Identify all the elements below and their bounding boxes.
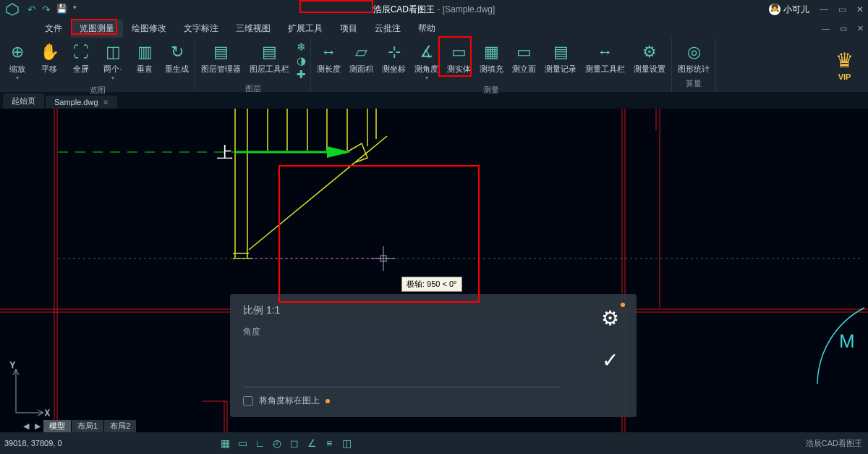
layer-freeze-icon[interactable]: ❄	[297, 41, 306, 54]
menu-help[interactable]: 帮助	[409, 20, 444, 38]
menu-project[interactable]: 项目	[331, 20, 366, 38]
dropdown-icon[interactable]: ▾	[73, 4, 77, 15]
tool-zoom[interactable]: ⊕缩放▾	[1, 39, 33, 84]
sub-close-icon[interactable]: ✕	[857, 24, 864, 33]
ribbon-group-measure: ↔测长度 ▱测面积 ⊹测坐标 ∡测角度▾ ▭测实体 ▦测填充 ▭测立面 ▤测量记…	[311, 38, 672, 92]
tool-measure-settings[interactable]: ⚙测量设置	[629, 39, 670, 84]
menubar: 文件 览图测量 绘图修改 文字标注 三维视图 扩展工具 项目 云批注 帮助 — …	[0, 19, 868, 38]
polar-icon[interactable]: ◴	[269, 435, 285, 451]
fill-icon: ▦	[482, 42, 502, 62]
menu-draw-modify[interactable]: 绘图修改	[123, 20, 175, 38]
check-icon: ✓	[602, 348, 618, 372]
model-tab[interactable]: 模型	[43, 420, 71, 432]
svg-text:X: X	[45, 409, 50, 417]
menu-text-annotate[interactable]: 文字标注	[175, 20, 227, 38]
layer-lock-icon[interactable]: ✚	[297, 68, 306, 81]
tool-measure-record[interactable]: ▤测量记录	[540, 39, 581, 84]
tab-sample[interactable]: Sample.dwg✕	[46, 96, 117, 109]
menu-cloud-markup[interactable]: 云批注	[366, 20, 409, 38]
layout1-tab[interactable]: 布局1	[72, 420, 103, 432]
tool-regenerate[interactable]: ↻重生成	[161, 39, 193, 84]
avatar-icon: 👧	[769, 4, 780, 15]
tool-fullscreen[interactable]: ⛶全屏	[65, 39, 97, 84]
tool-pan[interactable]: ✋平移	[33, 39, 65, 84]
snap-icon[interactable]: ▭	[234, 435, 250, 451]
document-tabs: 起始页 Sample.dwg✕	[0, 93, 868, 109]
tool-shape-stats[interactable]: ◎图形统计	[673, 39, 714, 77]
coord-icon: ⊹	[384, 42, 404, 62]
checkbox-label: 将角度标在图上	[259, 395, 320, 407]
minimize-icon[interactable]: —	[820, 4, 828, 14]
group-label-layer: 图层	[245, 83, 261, 96]
close-icon[interactable]: ✕	[856, 4, 864, 14]
tool-layer-manager[interactable]: ▤图层管理器	[197, 39, 245, 83]
elevation-icon: ▭	[514, 42, 535, 62]
split-icon: ◫	[103, 42, 123, 62]
quick-access-toolbar: ↶ ↷ 💾 ▾	[27, 4, 77, 15]
tool-measure-area[interactable]: ▱测面积	[345, 39, 378, 84]
app-logo[interactable]	[3, 0, 22, 19]
tool-measure-length[interactable]: ↔测长度	[312, 39, 345, 84]
cursor-coordinates: 39018, 37809, 0	[0, 439, 62, 447]
sub-minimize-icon[interactable]: —	[822, 24, 830, 33]
room-label: M	[839, 330, 855, 352]
maximize-icon[interactable]: ▭	[838, 4, 846, 14]
panel-settings-button[interactable]: ⚙	[596, 304, 624, 332]
tab-scroll-left-icon[interactable]: ◀	[20, 421, 32, 431]
tab-scroll-right-icon[interactable]: ▶	[32, 421, 43, 431]
save-icon[interactable]: 💾	[56, 4, 67, 15]
grid-icon[interactable]: ▦	[217, 435, 233, 451]
crown-icon: ♛	[835, 49, 854, 72]
cycle-icon[interactable]: ◫	[339, 435, 354, 451]
menu-3d-view[interactable]: 三维视图	[227, 20, 279, 38]
mark-angle-checkbox[interactable]	[243, 396, 253, 406]
ribbon-group-view: ⊕缩放▾ ✋平移 ⛶全屏 ◫两个·▾ ▥垂直 ↻重生成 览图	[0, 38, 195, 92]
panel-title: 比例 1:1	[243, 304, 624, 317]
vip-badge[interactable]: ♛ VIP	[821, 38, 868, 92]
tool-measure-coord[interactable]: ⊹测坐标	[378, 39, 410, 84]
notification-dot	[326, 399, 330, 403]
ortho-icon[interactable]: ∟	[252, 435, 268, 451]
lineweight-icon[interactable]: ≡	[321, 435, 337, 451]
layout2-tab[interactable]: 布局2	[104, 420, 136, 432]
tab-start[interactable]: 起始页	[3, 93, 44, 109]
menu-view-measure[interactable]: 览图测量	[71, 20, 123, 38]
tool-vertical[interactable]: ▥垂直	[129, 39, 161, 84]
svg-text:Y: Y	[10, 361, 15, 369]
model-tabs: ◀ ▶ 模型 布局1 布局2	[0, 419, 137, 432]
regenerate-icon: ↻	[167, 42, 187, 62]
tool-layer-toolbar[interactable]: ▤图层工具栏	[245, 39, 294, 83]
tool-measure-elevation[interactable]: ▭测立面	[508, 39, 540, 84]
group-label-measure: 测量	[483, 84, 499, 97]
menu-extend-tools[interactable]: 扩展工具	[279, 20, 331, 38]
ribbon-group-quantity: ◎图形统计 算量	[672, 38, 716, 92]
window-title: 浩辰CAD看图王 - [Sample.dwg]	[373, 4, 495, 16]
osnap-icon[interactable]: ◻	[286, 435, 302, 451]
status-tools: ▦ ▭ ∟ ◴ ◻ ∠ ≡ ◫	[217, 435, 354, 451]
sub-maximize-icon[interactable]: ▭	[840, 24, 847, 33]
panel-confirm-button[interactable]: ✓	[596, 346, 624, 374]
redo-icon[interactable]: ↷	[42, 4, 51, 15]
user-badge[interactable]: 👧 小可儿	[769, 4, 809, 16]
angle-icon: ∡	[417, 42, 437, 62]
layer-off-icon[interactable]: ◑	[297, 54, 306, 67]
brand-label: 浩辰CAD看图王	[806, 438, 862, 449]
vertical-icon: ▥	[135, 42, 155, 62]
tool-measure-entity[interactable]: ▭测实体	[443, 39, 475, 84]
undo-icon[interactable]: ↶	[27, 4, 36, 15]
otrack-icon[interactable]: ∠	[304, 435, 320, 451]
zoom-icon: ⊕	[7, 42, 27, 62]
menu-file[interactable]: 文件	[36, 20, 71, 38]
svg-marker-0	[7, 4, 18, 15]
tool-measure-angle[interactable]: ∡测角度▾	[410, 39, 443, 84]
layer-toolbar-icon: ▤	[260, 42, 280, 62]
tool-two-windows[interactable]: ◫两个·▾	[97, 39, 129, 84]
close-icon[interactable]: ✕	[103, 98, 109, 106]
file-name: - [Sample.dwg]	[437, 4, 495, 14]
area-icon: ▱	[352, 42, 372, 62]
panel-field-label: 角度	[243, 326, 624, 338]
length-icon: ↔	[319, 42, 339, 62]
chevron-down-icon: ▾	[425, 75, 428, 81]
tool-measure-toolbar[interactable]: ↔测量工具栏	[581, 39, 629, 84]
tool-measure-fill[interactable]: ▦测填充	[475, 39, 508, 84]
